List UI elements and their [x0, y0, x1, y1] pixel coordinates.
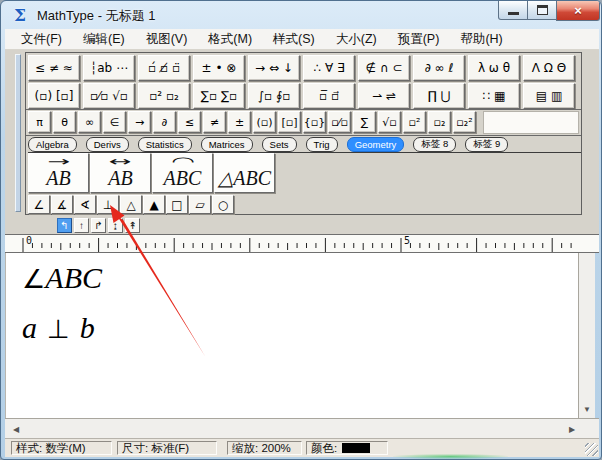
template-palette-button[interactable]: ▤ ▥	[523, 83, 575, 109]
geometry-symbol-button[interactable]: □	[166, 195, 188, 214]
template-palette-button[interactable]: (▫) [▫]	[28, 83, 80, 109]
ruler[interactable]: 05	[5, 234, 599, 253]
ruler-label: 5	[404, 235, 410, 246]
geometry-symbol-button[interactable]: ⊥	[97, 195, 119, 214]
menu-item[interactable]: 编辑(E)	[75, 30, 133, 49]
symbol-palette-button[interactable]: λ ω θ	[468, 55, 520, 81]
small-bar-button[interactable]: (▫)	[253, 111, 276, 133]
tabstop-button[interactable]: ↨	[108, 218, 123, 233]
menu-item[interactable]: 文件(F)	[13, 30, 70, 49]
palette-tab[interactable]: Algebra	[28, 137, 77, 152]
symbol-palette-button[interactable]: ∉ ∩ ⊂	[358, 55, 410, 81]
scroll-left-button[interactable]: ◀	[9, 422, 23, 436]
palette-tab[interactable]: 标签 9	[465, 137, 508, 152]
close-button[interactable]: ×	[556, 1, 600, 21]
arrow-right-icon: ▶	[569, 425, 575, 434]
symbol-palette-button[interactable]: → ⇔ ↓	[248, 55, 300, 81]
palette-tab[interactable]: 标签 8	[413, 137, 456, 152]
tabstop-button[interactable]: ↰	[57, 218, 72, 233]
menu-item[interactable]: 格式(M)	[200, 30, 260, 49]
symbol-palette-button[interactable]: ≤ ≠ ≈	[28, 55, 80, 81]
palette-tab[interactable]: Derivs	[86, 137, 129, 152]
menu-item[interactable]: 样式(S)	[265, 30, 323, 49]
geometry-template-button[interactable]: → AB	[28, 153, 89, 193]
title-bar[interactable]: Σ MathType - 无标题 1 ×	[1, 1, 602, 29]
palette-tab[interactable]: Geometry	[347, 137, 405, 152]
caption-buttons: ×	[498, 1, 600, 21]
restore-button[interactable]	[528, 1, 556, 20]
small-bar-button[interactable]: ▫⁄▫	[328, 111, 351, 133]
menu-item[interactable]: 预置(P)	[390, 30, 448, 49]
geometry-symbol-button[interactable]: ○	[212, 195, 234, 214]
close-icon: ×	[574, 3, 582, 18]
symbol-palette-button[interactable]: ± • ⊗	[193, 55, 245, 81]
palette-tab[interactable]: Statistics	[138, 137, 192, 152]
small-bar-button[interactable]: ≤	[178, 111, 201, 133]
scroll-right-button[interactable]: ▶	[565, 422, 579, 436]
resize-grip[interactable]	[585, 443, 598, 456]
tabstop-icon: ↨	[113, 220, 118, 231]
window-title: MathType - 无标题 1	[37, 7, 155, 25]
template-palette-button[interactable]: ∷ ▦	[468, 83, 520, 109]
palette-tab[interactable]: Trig	[306, 137, 338, 152]
small-bar-button[interactable]: ∂	[153, 111, 176, 133]
small-bar-button[interactable]: ∞	[78, 111, 101, 133]
geometry-template-button[interactable]: △ABC	[214, 153, 275, 193]
geometry-symbol-button[interactable]: ∠	[28, 195, 50, 214]
symbol-palette-button[interactable]: ▫́ ▫̸ ▫̈	[138, 55, 190, 81]
tabstop-bar: ↰↑↱↨↟	[5, 217, 599, 234]
arrow-down-icon: ▼	[583, 405, 591, 414]
geometry-symbol-button[interactable]: ∢	[74, 195, 96, 214]
geometry-symbol-button[interactable]: ▲	[143, 195, 165, 214]
small-bar-button[interactable]: [▫]	[278, 111, 301, 133]
menu-item[interactable]: 帮助(H)	[452, 30, 510, 49]
symbol-palette-row-1: ≤ ≠ ≈┆ab ⋯▫́ ▫̸ ▫̈± • ⊗→ ⇔ ↓∴ ∀ ∃∉ ∩ ⊂∂ …	[28, 55, 575, 81]
symbol-palette-button[interactable]: ∴ ∀ ∃	[303, 55, 355, 81]
vertical-scrollbar[interactable]: ▼	[578, 253, 595, 418]
small-bar-button[interactable]: ≠	[203, 111, 226, 133]
small-bar-button[interactable]: ▫²	[403, 111, 426, 133]
template-palette-button[interactable]: ∏ ⋃	[413, 83, 465, 109]
toolbar-gripper[interactable]	[15, 54, 21, 212]
small-bar-button[interactable]: ±	[228, 111, 251, 133]
palette-tab-bar: AlgebraDerivsStatisticsMatricesSetsTrigG…	[28, 137, 581, 153]
menu-item[interactable]: 大小(Z)	[328, 30, 385, 49]
tabstop-button[interactable]: ↑	[74, 218, 89, 233]
small-bar-button[interactable]: √▫	[378, 111, 401, 133]
horizontal-scrollbar[interactable]: ◀ ▶	[5, 418, 599, 438]
geometry-symbol-button[interactable]: ▱	[189, 195, 211, 214]
minimize-button[interactable]	[498, 1, 528, 20]
scroll-down-button[interactable]: ▼	[580, 402, 594, 416]
small-bar-button[interactable]: ▫₂	[428, 111, 451, 133]
template-palette-button[interactable]: ∑▫ ∑▫	[193, 83, 245, 109]
geometry-template-button[interactable]: ↔ AB	[90, 153, 151, 193]
small-bar-button[interactable]: θ	[53, 111, 76, 133]
palette-tab[interactable]: Sets	[262, 137, 297, 152]
status-field: 样式: 数学(M)	[11, 441, 112, 455]
template-palette-button[interactable]: ⇀ ⇌	[358, 83, 410, 109]
equation-line-1: ∠ABC	[22, 261, 102, 295]
small-bar-button[interactable]: →	[128, 111, 151, 133]
tabstop-button[interactable]: ↱	[91, 218, 106, 233]
tabstop-icon: ↟	[128, 220, 136, 231]
toolbar: ≤ ≠ ≈┆ab ⋯▫́ ▫̸ ▫̈± • ⊗→ ⇔ ↓∴ ∀ ∃∉ ∩ ⊂∂ …	[5, 50, 599, 217]
template-palette-button[interactable]: ▫² ▫₂	[138, 83, 190, 109]
template-palette-button[interactable]: ∫▫ ∮▫	[248, 83, 300, 109]
palette-tab[interactable]: Matrices	[201, 137, 253, 152]
small-bar-button[interactable]: ▫₂²	[453, 111, 476, 133]
equation-canvas[interactable]: ∠ABC a⊥b	[5, 253, 578, 418]
symbol-palette-button[interactable]: ┆ab ⋯	[83, 55, 135, 81]
geometry-symbol-button[interactable]: △	[120, 195, 142, 214]
small-bar-button[interactable]: ∑	[353, 111, 376, 133]
tabstop-button[interactable]: ↟	[125, 218, 140, 233]
symbol-palette-button[interactable]: Λ Ω Θ	[523, 55, 575, 81]
geometry-symbol-button[interactable]: ∡	[51, 195, 73, 214]
template-palette-button[interactable]: ▫⁄▫ √▫	[83, 83, 135, 109]
template-palette-button[interactable]: ▫̅ ▫⃗	[303, 83, 355, 109]
small-bar-button[interactable]: π	[28, 111, 51, 133]
menu-item[interactable]: 视图(V)	[138, 30, 196, 49]
geometry-template-button[interactable]: ◠ ABC	[152, 153, 213, 193]
small-bar-button[interactable]: {▫}	[303, 111, 326, 133]
symbol-palette-button[interactable]: ∂ ∞ ℓ	[413, 55, 465, 81]
small-bar-button[interactable]: ∈	[103, 111, 126, 133]
